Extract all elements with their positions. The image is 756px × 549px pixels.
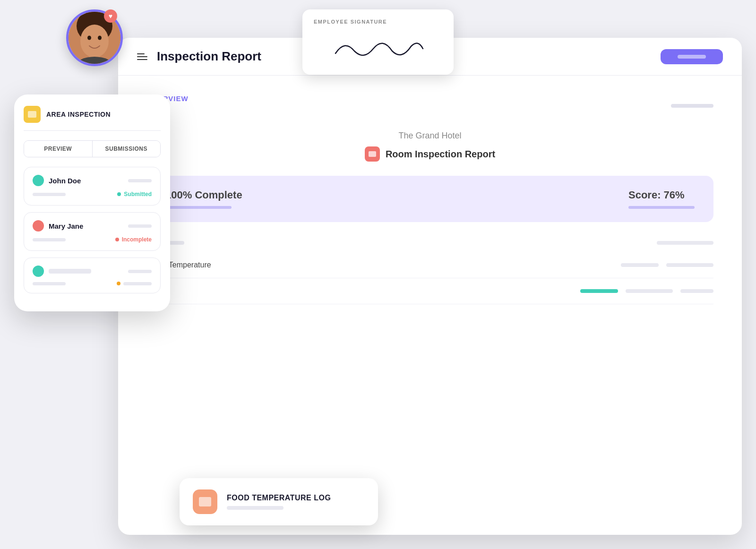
name-row-mary: Mary Jane [33,220,83,232]
menu-line-1 [137,53,145,54]
area-title: AREA INSPECTION [46,111,111,118]
room-temp-bar-2 [666,263,713,267]
heart-badge: ♥ [104,9,117,23]
avatar-3 [33,266,44,277]
room-temp-bars [621,263,713,267]
food-info: FOOD TEMPERATURE LOG [227,494,365,510]
status-text-john: Submitted [124,191,152,197]
header-action-button[interactable] [661,49,723,64]
main-content: OVERVIEW The Grand Hotel Room Inspection… [118,76,742,535]
menu-icon[interactable] [137,53,147,60]
food-title: FOOD TEMPERATURE LOG [227,494,365,502]
signature-area [314,32,442,65]
card-mid-john: Submitted [33,191,152,197]
signature-label: EMPLOYEE SIGNATURE [314,19,442,25]
menu-line-2 [137,56,147,57]
submission-card-john: John Doe Submitted [24,167,161,206]
mobile-phone-frame: AREA INSPECTION PREVIEW SUBMISSIONS John… [14,94,170,311]
food-icon-inner [199,497,211,506]
heart-icon: ♥ [109,12,112,20]
name-john: John Doe [49,177,81,185]
complete-section: 100% Complete [165,189,242,209]
name-row-john: John Doe [33,175,81,186]
floor-bar-teal [580,289,618,293]
signature-card: EMPLOYEE SIGNATURE [302,9,454,75]
score-value: Score: 76% [628,189,695,201]
skel-mary-mid [33,238,66,241]
skel-status-3 [123,282,152,285]
skel-john-top [128,179,152,182]
card-top-john: John Doe [33,175,152,186]
tab-row: PREVIEW SUBMISSIONS [24,140,161,157]
area-icon-inner [28,111,36,118]
overview-skel-right [671,104,713,108]
skel-mary-top [128,224,152,228]
svg-point-3 [87,36,91,40]
main-frame: Inspection Report OVERVIEW The Grand Hot… [118,38,742,535]
row-floor: Floor [146,278,713,304]
avatar-john [33,175,44,186]
skel-3-top [128,270,152,273]
submission-card-mary: Mary Jane Incomplete [24,212,161,251]
food-icon [193,489,217,514]
page-title: Inspection Report [157,49,261,64]
floor-bars [580,289,713,293]
name-mary: Mary Jane [49,222,83,230]
report-icon [365,146,380,162]
row-room-temp: Room Temperature [146,252,713,278]
status-text-mary: Incomplete [122,236,152,243]
overview-panel: OVERVIEW The Grand Hotel Room Inspection… [118,76,742,535]
complete-value: 100% Complete [165,189,242,201]
skel-john-mid [33,193,66,196]
avatar-mary [33,220,44,232]
submission-card-3 [24,257,161,293]
skel-row-top-right [657,241,713,245]
floor-bar-2 [626,289,673,293]
status-mary: Incomplete [115,236,152,243]
score-bar [628,206,695,209]
room-temp-bar-1 [621,263,659,267]
name-row-3 [33,266,91,277]
tab-preview[interactable]: PREVIEW [24,141,93,157]
status-john: Submitted [117,191,152,197]
svg-point-2 [80,25,109,58]
food-temperature-card: FOOD TEMPERATURE LOG [180,478,378,525]
floor-bar-3 [680,289,713,293]
tab-submissions[interactable]: SUBMISSIONS [93,141,161,157]
status-dot-3 [117,282,120,285]
score-banner: 100% Complete Score: 76% [146,176,713,222]
area-header: AREA INSPECTION [24,106,161,131]
status-dot-mary [115,238,119,241]
status-dot-john [117,192,121,196]
score-section: Score: 76% [628,189,695,209]
report-icon-inner [369,151,376,157]
skel-3-mid [33,282,66,285]
area-icon [24,106,41,123]
card-top-mary: Mary Jane [33,220,152,232]
svg-point-4 [98,36,102,40]
card-top-3 [33,266,152,277]
food-skel [227,506,284,510]
card-mid-mary: Incomplete [33,236,152,243]
skel-name-3 [49,269,91,274]
header-btn-bar [678,55,706,59]
report-title-text: Room Inspection Report [386,149,495,160]
report-title-row: Room Inspection Report [146,146,713,162]
menu-line-3 [137,59,147,60]
card-mid-3 [33,282,152,285]
complete-bar [165,206,232,209]
hotel-name: The Grand Hotel [146,131,713,141]
status-3 [117,282,152,285]
